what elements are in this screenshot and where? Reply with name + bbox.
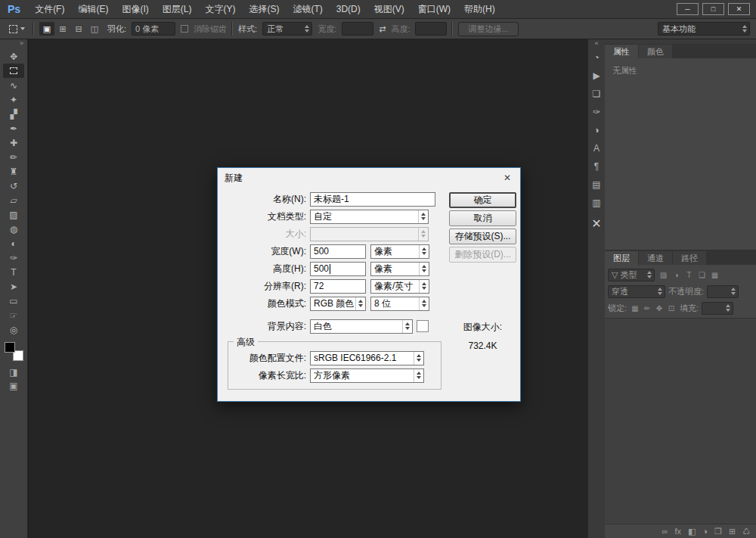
opacity-select[interactable] xyxy=(707,285,739,298)
tab-color[interactable]: 颜色 xyxy=(639,45,672,58)
resolution-unit-select[interactable]: 像素/英寸 xyxy=(370,279,429,294)
tab-properties[interactable]: 属性 xyxy=(605,45,638,58)
lock-position-icon[interactable]: ✥ xyxy=(654,304,665,313)
brush-settings-panel-icon[interactable]: ✑ xyxy=(588,103,605,121)
antialias-checkbox[interactable] xyxy=(181,25,188,33)
menu-item[interactable]: 选择(S) xyxy=(242,0,286,18)
layer-mask-icon[interactable]: ◧ xyxy=(688,527,696,536)
close-button[interactable]: ✕ xyxy=(728,3,750,15)
clone-source-panel-icon[interactable]: ❏ xyxy=(588,85,605,103)
height-unit-select[interactable]: 像素 xyxy=(370,262,429,276)
blend-mode-select[interactable]: 穿透 xyxy=(608,285,665,298)
actions-panel-icon[interactable]: ▶ xyxy=(588,67,605,85)
ok-button[interactable]: 确定 xyxy=(449,192,516,208)
history-brush-tool[interactable]: ↺ xyxy=(3,179,24,193)
resolution-input[interactable]: 72 xyxy=(310,279,366,294)
blur-tool[interactable]: ◍ xyxy=(3,222,24,236)
menu-item[interactable]: 窗口(W) xyxy=(411,0,457,18)
menu-item[interactable]: 图像(I) xyxy=(115,0,155,18)
path-selection-tool[interactable]: ➤ xyxy=(3,279,24,294)
type-tool[interactable]: T xyxy=(3,265,24,279)
menu-item[interactable]: 3D(D) xyxy=(330,0,367,18)
menu-item[interactable]: 视图(V) xyxy=(367,0,411,18)
background-select[interactable]: 白色 xyxy=(310,319,413,334)
crop-tool[interactable]: ▞ xyxy=(3,107,24,121)
color-profile-select[interactable]: sRGB IEC61966-2.1 xyxy=(310,351,424,365)
clone-stamp-tool[interactable]: ♜ xyxy=(3,164,24,179)
lock-all-icon[interactable]: ⊡ xyxy=(666,304,677,313)
dodge-tool[interactable]: ◐ xyxy=(3,236,24,250)
eraser-tool[interactable]: ▱ xyxy=(3,193,24,207)
layer-comps-panel-icon[interactable]: ▤ xyxy=(588,176,605,194)
maximize-button[interactable]: □ xyxy=(702,3,724,15)
menu-item[interactable]: 滤镜(T) xyxy=(286,0,329,18)
link-layers-icon[interactable]: ∞ xyxy=(662,527,668,536)
add-to-selection-button[interactable]: ⊞ xyxy=(55,22,70,36)
dialog-close-icon[interactable]: ✕ xyxy=(494,168,520,188)
brush-tool[interactable]: ✏ xyxy=(3,150,24,164)
menu-item[interactable]: 文字(Y) xyxy=(198,0,242,18)
screen-mode-button[interactable]: ▣ xyxy=(3,379,24,393)
rectangular-marquee-tool[interactable]: ▢ xyxy=(3,64,24,78)
menu-item[interactable]: 图层(L) xyxy=(156,0,199,18)
pixel-aspect-select[interactable]: 方形像素 xyxy=(310,369,424,383)
width-input[interactable] xyxy=(342,22,373,36)
height-input[interactable]: 500 xyxy=(310,262,366,276)
new-selection-button[interactable]: ▣ xyxy=(39,22,54,36)
filter-type-layers-icon[interactable]: T xyxy=(683,271,695,279)
style-select[interactable]: 正常 xyxy=(262,22,312,36)
gradient-tool[interactable]: ▨ xyxy=(3,207,24,222)
zoom-tool[interactable]: ◎ xyxy=(3,322,24,337)
color-mode-select[interactable]: RGB 颜色 xyxy=(310,297,366,311)
filter-smart-objects-icon[interactable]: ▦ xyxy=(709,271,720,279)
info-panel-icon[interactable]: ▥ xyxy=(588,194,605,212)
filter-adjustment-layers-icon[interactable]: ◑ xyxy=(671,271,682,279)
minimize-button[interactable]: ─ xyxy=(677,3,699,15)
workspace-switcher[interactable]: 基本功能 xyxy=(658,22,750,36)
foreground-color-swatch[interactable] xyxy=(5,342,15,353)
menu-item[interactable]: 文件(F) xyxy=(28,0,71,18)
swap-dimensions-icon[interactable]: ⇄ xyxy=(379,24,386,34)
feather-input[interactable]: 0 像素 xyxy=(132,22,175,36)
rectangle-tool[interactable]: ▭ xyxy=(3,294,24,308)
menu-item[interactable]: 帮助(H) xyxy=(457,0,502,18)
lasso-tool[interactable]: ∿ xyxy=(3,78,24,92)
width-input[interactable]: 500 xyxy=(310,244,366,259)
filter-pixel-layers-icon[interactable]: ▨ xyxy=(658,271,669,279)
new-group-icon[interactable]: ❐ xyxy=(714,527,722,536)
lock-pixels-icon[interactable]: ✏ xyxy=(642,304,652,313)
bit-depth-select[interactable]: 8 位 xyxy=(370,297,429,311)
hand-tool[interactable]: ☞ xyxy=(3,308,24,322)
delete-layer-icon[interactable]: ♺ xyxy=(742,527,750,536)
tool-preset-picker[interactable] xyxy=(6,23,28,35)
filter-shape-layers-icon[interactable]: ❏ xyxy=(696,271,708,279)
width-unit-select[interactable]: 像素 xyxy=(370,244,429,259)
eyedropper-tool[interactable]: ✒ xyxy=(3,121,24,135)
dock-expand-chevron-icon[interactable]: « xyxy=(594,39,598,48)
history-panel-icon[interactable]: ◔ xyxy=(588,48,605,67)
height-input[interactable] xyxy=(415,22,447,36)
background-color-swatch[interactable] xyxy=(417,320,429,332)
new-layer-icon[interactable]: ⊞ xyxy=(729,527,736,536)
quick-mask-button[interactable]: ◨ xyxy=(3,365,24,379)
document-type-select[interactable]: 自定 xyxy=(310,210,429,224)
paragraph-panel-icon[interactable]: ¶ xyxy=(588,157,605,176)
toolbar-collapse-chevron-icon[interactable]: » xyxy=(20,39,27,49)
subtract-from-selection-button[interactable]: ⊟ xyxy=(71,22,86,36)
name-input[interactable]: 未标题-1 xyxy=(310,192,435,207)
pen-tool[interactable]: ✑ xyxy=(3,250,24,265)
layer-effects-icon[interactable]: fx xyxy=(674,527,681,536)
close-panel-icon[interactable]: ✕ xyxy=(588,212,605,235)
lock-transparency-icon[interactable]: ▦ xyxy=(630,304,640,313)
menu-item[interactable]: 编辑(E) xyxy=(71,0,115,18)
quick-selection-tool[interactable]: ✦ xyxy=(3,92,24,107)
adjustments-panel-icon[interactable]: ◑ xyxy=(588,121,605,139)
refine-edge-button[interactable]: 调整边缘... xyxy=(458,22,518,36)
cancel-button[interactable]: 取消 xyxy=(449,210,516,226)
move-tool[interactable]: ✥ xyxy=(3,49,24,64)
spot-healing-brush-tool[interactable]: ✚ xyxy=(3,135,24,150)
intersect-selection-button[interactable]: ◫ xyxy=(87,22,102,36)
adjustment-layer-icon[interactable]: ◑ xyxy=(702,527,708,536)
character-panel-icon[interactable]: A xyxy=(588,139,605,157)
save-preset-button[interactable]: 存储预设(S)... xyxy=(449,229,516,244)
